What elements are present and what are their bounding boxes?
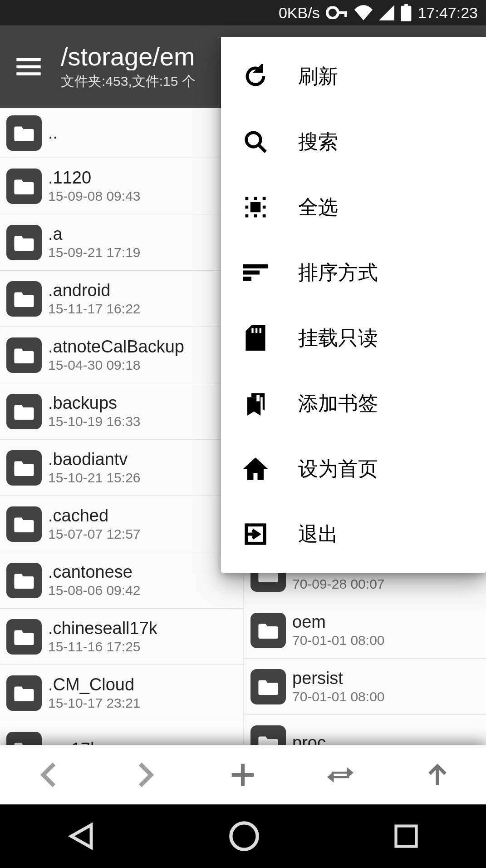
status-time: 17:47:23 [418,4,478,22]
file-date: 70-09-28 00:07 [292,576,385,592]
file-row[interactable]: .chineseall17k15-11-16 17:25 [0,609,244,665]
wifi-icon [354,5,373,20]
svg-rect-3 [401,6,411,21]
file-row[interactable]: .backups15-10-19 16:33 [0,383,244,440]
nav-recent-icon[interactable] [393,823,420,850]
menu-item-label: 全选 [298,194,338,221]
svg-rect-23 [263,214,266,218]
add-button[interactable] [227,759,259,791]
folder-icon [6,115,42,151]
bookmark-add-icon [242,390,269,417]
folder-icon [6,450,42,486]
file-name: .baodiantv [48,450,141,469]
file-date: 15-11-17 16:22 [48,301,141,317]
file-row[interactable]: proc [244,715,486,745]
folder-icon [6,506,42,542]
path-display[interactable]: /storage/em 文件夹:453,文件:15 个 [61,43,196,91]
svg-rect-24 [254,214,257,218]
folder-icon [250,725,286,745]
menu-item-label: 添加书签 [298,390,378,417]
bottom-toolbar [0,745,486,804]
folder-icon [6,732,42,745]
file-row[interactable]: .atnoteCalBackup15-04-30 09:18 [0,327,244,383]
svg-rect-26 [243,271,260,275]
folder-icon [250,613,286,648]
net-speed: 0KB/s [279,4,320,22]
file-row[interactable]: .baodiantv15-10-21 15:26 [0,440,244,496]
left-panel[interactable]: ...112015-09-08 09:43.a15-09-21 17:19.an… [0,108,244,745]
refresh-icon [242,63,269,90]
file-name: .1120 [48,168,141,188]
menu-item-home[interactable]: 设为首页 [221,436,486,501]
sort-icon [242,259,269,286]
svg-rect-21 [263,197,266,200]
file-date: 15-10-21 15:26 [48,470,141,486]
svg-rect-27 [243,277,251,281]
file-name: .cantonese [48,562,141,582]
svg-rect-25 [243,264,268,268]
file-date: 15-07-07 12:57 [48,526,141,542]
menu-item-refresh[interactable]: 刷新 [221,44,486,109]
svg-rect-30 [260,328,261,333]
up-button[interactable] [422,759,453,791]
file-row[interactable]: .a15-09-21 17:19 [0,214,244,271]
file-date: 15-11-16 17:25 [48,639,157,655]
file-name: .backups [48,393,141,413]
menu-item-sd-card[interactable]: 挂载只读 [221,305,486,371]
file-row[interactable]: .112015-09-08 09:43 [0,158,244,214]
file-date: 70-01-01 08:00 [292,689,385,704]
battery-icon [401,4,412,21]
parent-dir-row[interactable]: .. [0,108,244,158]
svg-rect-22 [263,206,266,209]
file-row[interactable]: .CM_Cloud15-10-17 23:21 [0,665,244,721]
svg-rect-29 [255,328,257,333]
file-name: .cn17k [48,739,99,745]
svg-rect-17 [245,197,249,200]
menu-item-label: 设为首页 [298,456,378,482]
overflow-menu: 刷新搜索全选排序方式挂载只读添加书签设为首页退出 [221,37,486,573]
folder-icon [6,394,42,429]
menu-item-label: 搜索 [298,129,338,155]
menu-item-bookmark-add[interactable]: 添加书签 [221,371,486,436]
menu-item-select-all[interactable]: 全选 [221,174,486,240]
folder-icon [250,669,286,704]
file-name: .cached [48,506,141,526]
file-name: proc [292,733,326,745]
file-name: .CM_Cloud [48,675,141,694]
menu-icon[interactable] [8,46,49,87]
status-bar: 0KB/s 17:47:23 [0,0,486,25]
menu-item-label: 退出 [298,521,338,548]
file-name: persist [292,669,385,688]
file-name: .atnoteCalBackup [48,337,184,357]
swap-button[interactable] [324,759,356,791]
svg-rect-13 [396,826,417,847]
file-name: .android [48,281,141,300]
svg-rect-16 [250,202,261,213]
folder-icon [6,169,42,204]
svg-point-0 [327,7,338,18]
file-row[interactable]: .android15-11-17 16:22 [0,271,244,327]
nav-home-icon[interactable] [228,820,260,852]
folder-icon [6,225,42,260]
file-name: oem [292,612,385,632]
menu-item-exit[interactable]: 退出 [221,501,486,567]
file-date: 15-10-17 23:21 [48,695,141,711]
menu-item-sort[interactable]: 排序方式 [221,240,486,305]
nav-back-icon[interactable] [66,821,96,851]
file-row[interactable]: oem70-01-01 08:00 [244,602,486,659]
folder-icon [6,619,42,655]
file-row[interactable]: .cached15-07-07 12:57 [0,496,244,552]
menu-item-search[interactable]: 搜索 [221,109,486,174]
forward-button[interactable] [130,759,162,791]
parent-dir-label: .. [48,123,58,143]
file-row[interactable]: .cn17k [0,721,244,745]
file-date: 15-09-21 17:19 [48,245,141,260]
file-row[interactable]: persist70-01-01 08:00 [244,659,486,715]
file-date: 15-08-06 09:42 [48,583,141,598]
svg-rect-2 [344,11,347,17]
current-path: /storage/em [61,43,196,71]
back-button[interactable] [33,759,64,791]
file-row[interactable]: .cantonese15-08-06 09:42 [0,552,244,609]
svg-point-14 [246,133,261,147]
svg-rect-31 [256,395,260,402]
